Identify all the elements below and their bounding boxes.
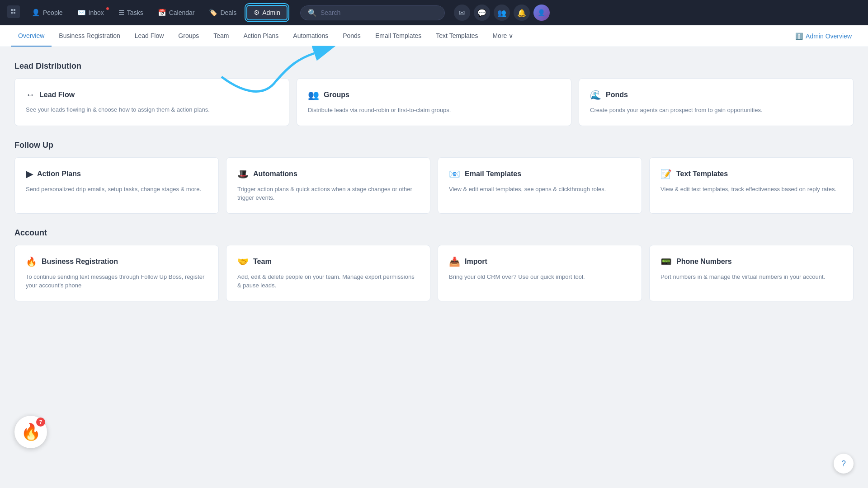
card-business-reg-desc: To continue sending text messages throug… [26, 272, 208, 290]
card-phone-numbers[interactable]: 📟 Phone Numbers Port numbers in & manage… [649, 245, 854, 301]
email-templates-icon: 📧 [449, 169, 460, 179]
team-card-icon: 🤝 [237, 256, 249, 267]
ponds-icon: 🌊 [590, 89, 601, 100]
card-text-templates-title: 📝 Text Templates [660, 169, 842, 179]
nav-label-calendar: Calendar [169, 9, 195, 16]
subnav-overview[interactable]: Overview [11, 26, 52, 47]
deals-icon: 🏷️ [209, 9, 217, 17]
subnav-ponds[interactable]: Ponds [335, 26, 368, 47]
nav-item-inbox[interactable]: ✉️ Inbox [71, 6, 110, 19]
subnav-right: ℹ️ Admin Overview [790, 30, 857, 42]
nav-label-deals: Deals [220, 9, 236, 16]
admin-overview-label: Admin Overview [806, 33, 852, 40]
help-button[interactable]: ? [834, 454, 854, 474]
card-email-templates-title: 📧 Email Templates [449, 169, 631, 179]
subnav-lead-flow[interactable]: Lead Flow [127, 26, 171, 47]
card-business-reg-title: 🔥 Business Registration [26, 256, 208, 267]
help-icon: ? [841, 459, 846, 469]
card-import-title: 📥 Import [449, 256, 631, 267]
card-team-desc: Add, edit & delete people on your team. … [237, 272, 419, 290]
tasks-icon: ☰ [118, 9, 124, 17]
card-business-registration[interactable]: 🔥 Business Registration To continue send… [14, 245, 219, 301]
card-groups[interactable]: 👥 Groups Distribute leads via round-robi… [297, 78, 571, 126]
lead-distribution-title: Lead Distribution [14, 61, 854, 71]
search-bar[interactable]: 🔍 [300, 5, 445, 20]
nav-item-tasks[interactable]: ☰ Tasks [112, 6, 150, 19]
search-icon: 🔍 [308, 9, 317, 17]
account-section: Account 🔥 Business Registration To conti… [14, 228, 854, 301]
card-automations-desc: Trigger action plans & quick actions whe… [237, 185, 419, 202]
account-cards: 🔥 Business Registration To continue send… [14, 245, 854, 301]
card-groups-desc: Distribute leads via round-robin or firs… [308, 106, 560, 115]
card-email-templates-desc: View & edit email templates, see opens &… [449, 185, 631, 194]
text-templates-icon: 📝 [660, 169, 672, 179]
card-team-title: 🤝 Team [237, 256, 419, 267]
sub-navigation: Overview Business Registration Lead Flow… [0, 25, 868, 47]
account-title: Account [14, 228, 854, 238]
follow-up-cards: ▶ Action Plans Send personalized drip em… [14, 157, 854, 214]
subnav-business-registration[interactable]: Business Registration [52, 26, 127, 47]
user-avatar[interactable]: 👤 [533, 5, 550, 21]
subnav-text-templates[interactable]: Text Templates [429, 26, 485, 47]
nav-icons-group: ✉ 💬 👥 🔔 👤 [454, 5, 550, 21]
subnav-team[interactable]: Team [206, 26, 236, 47]
subnav-more[interactable]: More ∨ [485, 26, 520, 47]
top-navigation: 👤 People ✉️ Inbox ☰ Tasks 📅 Calendar 🏷️ … [0, 0, 868, 25]
action-plans-icon: ▶ [26, 169, 33, 179]
card-automations[interactable]: 🎩 Automations Trigger action plans & qui… [226, 157, 430, 214]
card-lead-flow-desc: See your leads flowing in & choose how t… [26, 105, 278, 114]
bell-nav-icon[interactable]: 🔔 [514, 5, 530, 21]
app-logo[interactable] [7, 5, 20, 20]
follow-up-section: Follow Up ▶ Action Plans Send personaliz… [14, 141, 854, 214]
subnav-automations[interactable]: Automations [286, 26, 335, 47]
phone-numbers-icon: 📟 [660, 256, 672, 267]
flame-notification[interactable]: 🔥 7 [14, 416, 47, 448]
team-icon: 👥 [497, 9, 506, 17]
nav-label-people: People [43, 9, 63, 16]
lead-flow-icon: ↔ [26, 89, 35, 100]
card-action-plans[interactable]: ▶ Action Plans Send personalized drip em… [14, 157, 219, 214]
import-icon: 📥 [449, 256, 460, 267]
nav-item-people[interactable]: 👤 People [25, 6, 69, 19]
card-action-plans-desc: Send personalized drip emails, setup tas… [26, 185, 208, 194]
card-ponds-desc: Create ponds your agents can prospect fr… [590, 106, 842, 115]
business-reg-icon: 🔥 [26, 256, 37, 267]
email-nav-icon[interactable]: ✉ [454, 5, 470, 21]
email-icon: ✉ [459, 9, 465, 17]
lead-distribution-section: Lead Distribution ↔ Lead Flow See your l… [14, 61, 854, 126]
nav-item-calendar[interactable]: 📅 Calendar [151, 6, 201, 19]
main-content: Lead Distribution ↔ Lead Flow See your l… [0, 47, 868, 488]
card-text-templates[interactable]: 📝 Text Templates View & edit text templa… [649, 157, 854, 214]
card-automations-title: 🎩 Automations [237, 169, 419, 179]
bell-icon: 🔔 [517, 9, 526, 17]
admin-overview-button[interactable]: ℹ️ Admin Overview [790, 30, 857, 42]
people-icon: 👤 [32, 9, 40, 17]
subnav-groups[interactable]: Groups [171, 26, 206, 47]
subnav-action-plans[interactable]: Action Plans [236, 26, 286, 47]
nav-item-admin[interactable]: ⚙ Admin [246, 5, 288, 20]
card-email-templates[interactable]: 📧 Email Templates View & edit email temp… [438, 157, 642, 214]
card-text-templates-desc: View & edit text templates, track effect… [660, 185, 842, 194]
search-input[interactable] [321, 9, 437, 16]
nav-label-inbox: Inbox [89, 9, 104, 16]
card-action-plans-title: ▶ Action Plans [26, 169, 208, 179]
subnav-email-templates[interactable]: Email Templates [368, 26, 429, 47]
follow-up-title: Follow Up [14, 141, 854, 150]
lead-distribution-cards: ↔ Lead Flow See your leads flowing in & … [14, 78, 854, 126]
card-groups-title: 👥 Groups [308, 89, 560, 100]
card-ponds[interactable]: 🌊 Ponds Create ponds your agents can pro… [579, 78, 854, 126]
card-phone-title: 📟 Phone Numbers [660, 256, 842, 267]
flame-badge: 7 [36, 418, 45, 427]
admin-label: Admin [262, 9, 280, 16]
nav-item-deals[interactable]: 🏷️ Deals [203, 6, 243, 19]
team-nav-icon[interactable]: 👥 [494, 5, 510, 21]
groups-icon: 👥 [308, 89, 319, 100]
card-import[interactable]: 📥 Import Bring your old CRM over? Use ou… [438, 245, 642, 301]
card-lead-flow[interactable]: ↔ Lead Flow See your leads flowing in & … [14, 78, 289, 126]
nav-label-tasks: Tasks [127, 9, 143, 16]
chat-nav-icon[interactable]: 💬 [474, 5, 490, 21]
card-team[interactable]: 🤝 Team Add, edit & delete people on your… [226, 245, 430, 301]
card-ponds-title: 🌊 Ponds [590, 89, 842, 100]
inbox-badge [106, 7, 109, 10]
chat-icon: 💬 [477, 9, 486, 17]
